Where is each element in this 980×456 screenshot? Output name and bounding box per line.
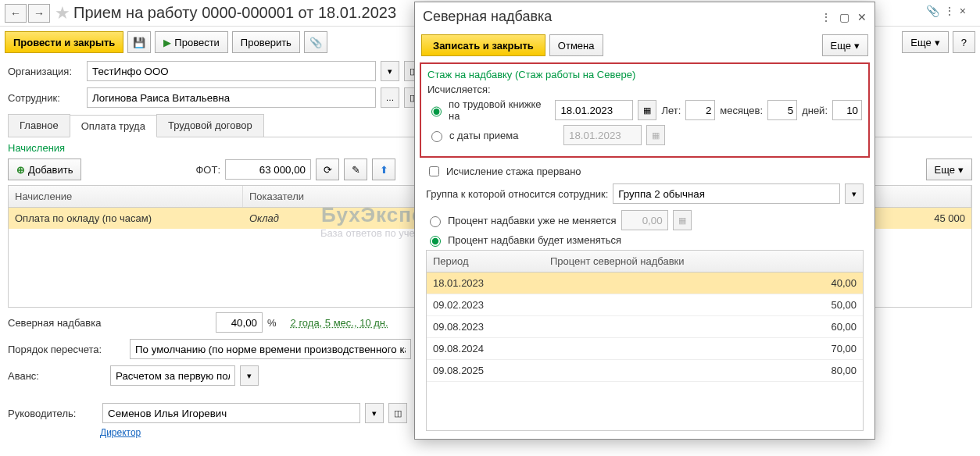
- nav-back-button[interactable]: ←: [5, 4, 27, 23]
- schedule-row[interactable]: 18.01.202340,00: [427, 273, 863, 294]
- radio-by-workbook[interactable]: [431, 106, 442, 117]
- schedule-row[interactable]: 09.08.202360,00: [427, 316, 863, 338]
- dlg-kebab-icon[interactable]: ⋮: [821, 11, 832, 23]
- cell-period: 09.02.2023: [427, 294, 544, 315]
- pct-schedule-table: Период Процент северной надбавки 18.01.2…: [426, 250, 864, 431]
- cell-period: 09.08.2023: [427, 316, 544, 337]
- workbook-date-input[interactable]: [555, 100, 633, 120]
- dlg-more-label: Еще: [831, 40, 851, 52]
- months-label: месяцев:: [720, 105, 763, 116]
- cell-pct: 80,00: [544, 360, 863, 381]
- nav-fwd-button[interactable]: →: [28, 4, 50, 23]
- north-value-input[interactable]: [216, 312, 263, 333]
- attach-icon[interactable]: 📎: [926, 5, 939, 17]
- radio-from-hire-label: с даты приема: [449, 130, 559, 141]
- days-input[interactable]: [832, 100, 862, 120]
- fot-input[interactable]: [225, 159, 311, 180]
- dlg-close-icon[interactable]: ✕: [857, 11, 867, 23]
- advance-input[interactable]: [110, 365, 235, 386]
- more-button[interactable]: Еще ▾: [902, 31, 948, 53]
- chevron-down-icon: ▾: [935, 37, 940, 48]
- dlg-cancel-button[interactable]: Отмена: [549, 34, 603, 56]
- kebab-icon[interactable]: ⋮: [944, 5, 955, 17]
- emp-input[interactable]: [87, 87, 376, 108]
- clip-button[interactable]: 📎: [304, 31, 327, 53]
- col-pct: Процент северной надбавки: [544, 251, 863, 272]
- help-button[interactable]: ?: [953, 31, 975, 53]
- years-label: Лет:: [661, 105, 681, 116]
- save-button[interactable]: 💾: [127, 31, 151, 53]
- hire-date-picker: ▦: [646, 125, 665, 145]
- head-label: Руководитель:: [8, 408, 98, 419]
- more-label: Еще: [910, 37, 931, 48]
- advance-dd-button[interactable]: ▾: [240, 365, 259, 386]
- interrupted-label: Исчисление стажа прервано: [446, 166, 581, 177]
- check-button[interactable]: Проверить: [232, 31, 300, 53]
- tab-main[interactable]: Главное: [8, 114, 70, 137]
- radio-pct-changes[interactable]: [430, 236, 441, 247]
- radio-by-workbook-label: по трудовой книжке на: [449, 98, 550, 122]
- cell-period: 18.01.2023: [427, 273, 544, 294]
- emp-group-label: Группа к которой относится сотрудник:: [426, 188, 608, 200]
- head-input[interactable]: [102, 403, 360, 423]
- accruals-more-button[interactable]: Еще ▾: [926, 159, 972, 180]
- fot-label: ФОТ:: [195, 164, 220, 176]
- pct-sign: %: [267, 317, 277, 329]
- seniority-link[interactable]: 2 года, 5 мес., 10 дн.: [291, 317, 388, 329]
- head-popout-button[interactable]: ◫: [388, 403, 407, 423]
- favorite-star-icon[interactable]: ★: [55, 3, 70, 23]
- dialog-title: Северная надбавка: [423, 9, 552, 25]
- pct-fixed-label: Процент надбавки уже не меняется: [448, 215, 617, 226]
- cell-pct: 60,00: [544, 316, 863, 337]
- dlg-maximize-icon[interactable]: ▢: [839, 11, 849, 23]
- add-accrual-button[interactable]: ⊕Добавить: [8, 159, 81, 180]
- workbook-date-picker[interactable]: ▦: [638, 100, 656, 120]
- edit-button[interactable]: ✎: [344, 159, 367, 180]
- post-and-close-button[interactable]: Провести и закрыть: [5, 31, 123, 53]
- tab-payment[interactable]: Оплата труда: [70, 115, 157, 137]
- head-dd-button[interactable]: ▾: [365, 403, 384, 423]
- days-label: дней:: [802, 105, 828, 116]
- cell-period: 09.08.2024: [427, 338, 544, 359]
- role-link[interactable]: Директор: [100, 427, 141, 438]
- close-icon[interactable]: ×: [960, 5, 966, 17]
- schedule-row[interactable]: 09.08.202580,00: [427, 360, 863, 382]
- refresh-button[interactable]: ⟳: [316, 159, 339, 180]
- post-button[interactable]: ▶Провести: [155, 31, 228, 53]
- col-accrual: Начисление: [9, 186, 243, 207]
- org-input[interactable]: [87, 61, 376, 81]
- tab-contract[interactable]: Трудовой договор: [156, 114, 264, 137]
- emp-group-dd[interactable]: ▾: [845, 183, 864, 204]
- post-button-label: Провести: [174, 37, 220, 48]
- months-input[interactable]: [767, 100, 797, 120]
- schedule-row[interactable]: 09.02.202350,00: [427, 294, 863, 316]
- seniority-group: Стаж на надбавку (Стаж работы на Севере)…: [420, 62, 870, 158]
- radio-from-hire[interactable]: [431, 131, 442, 142]
- advance-label: Аванс:: [8, 370, 106, 382]
- up-button[interactable]: ⬆: [372, 159, 395, 180]
- cell-period: 09.08.2025: [427, 360, 544, 381]
- calc-label: Исчисляется:: [427, 84, 862, 95]
- hire-date-input: [563, 125, 642, 145]
- recalc-input[interactable]: [130, 339, 411, 359]
- dlg-more-button[interactable]: Еще ▾: [822, 34, 868, 56]
- schedule-row[interactable]: 09.08.202470,00: [427, 338, 863, 360]
- recalc-label: Порядок пересчета:: [8, 344, 125, 355]
- cell-pct: 50,00: [544, 294, 863, 315]
- years-input[interactable]: [685, 100, 715, 120]
- dlg-save-close-button[interactable]: Записать и закрыть: [421, 34, 545, 56]
- accrual-sum: 45 000: [909, 208, 971, 229]
- window-title: Прием на работу 0000-000001 от 18.01.202…: [73, 4, 396, 22]
- pct-fixed-input: [621, 210, 668, 230]
- org-label: Организация:: [8, 66, 82, 77]
- seniority-caption: Стаж на надбавку (Стаж работы на Севере): [427, 69, 862, 80]
- pct-changes-label: Процент надбавки будет изменяться: [448, 234, 621, 246]
- org-open-button[interactable]: ▾: [381, 61, 399, 81]
- interrupted-checkbox[interactable]: [429, 166, 439, 176]
- cell-pct: 70,00: [544, 338, 863, 359]
- north-label: Северная надбавка: [8, 317, 211, 329]
- emp-group-input[interactable]: [613, 183, 840, 204]
- emp-pick-button[interactable]: …: [381, 87, 399, 108]
- radio-pct-fixed[interactable]: [430, 216, 441, 227]
- pct-fixed-calc: ▦: [673, 210, 692, 230]
